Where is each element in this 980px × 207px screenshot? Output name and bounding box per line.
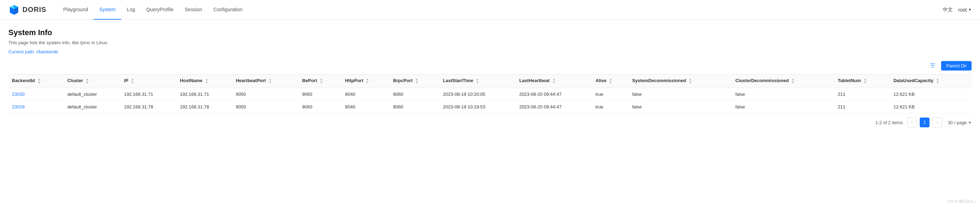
cell-systemdecommissioned: false <box>628 101 732 113</box>
next-page-button[interactable]: > <box>932 118 942 127</box>
sort-tabletnum-icon[interactable]: ▲▼ <box>864 78 867 84</box>
col-header-tabletnum: TabletNum ▲▼ <box>834 74 890 88</box>
cell-hostname: 192.168.31.78 <box>176 101 232 113</box>
sort-laststarttime-icon[interactable]: ▲▼ <box>476 78 479 84</box>
per-page-arrow-icon: ▼ <box>968 121 972 124</box>
cell-ip: 192.168.31.78 <box>121 101 176 113</box>
cell-laststarttime: 2023-08-19 10:20:05 <box>439 88 516 101</box>
toolbar: Parent Dir <box>8 60 972 71</box>
cell-datausedcapacity: 12.621 KB <box>890 101 972 113</box>
nav-item-playground[interactable]: Playground <box>57 0 94 20</box>
col-header-hostname: HostName ▲▼ <box>176 74 232 88</box>
table-row: 23030default_cluster192.168.31.71192.168… <box>8 88 972 101</box>
cell-cluster: default_cluster <box>64 88 121 101</box>
cell-alive: true <box>592 101 629 113</box>
col-header-systemdecommissioned: SystemDecommissioned ▲▼ <box>628 74 732 88</box>
pagination: 1-2 of 2 items < 1 > 30 / page ▼ <box>8 118 972 127</box>
logo-area: DORIS <box>8 4 46 16</box>
sort-httpport-icon[interactable]: ▲▼ <box>366 78 369 84</box>
filter-button[interactable] <box>927 60 938 71</box>
col-header-beport: BePort ▲▼ <box>299 74 341 88</box>
page-1-button[interactable]: 1 <box>920 118 929 127</box>
sort-hostname-icon[interactable]: ▲▼ <box>205 78 208 84</box>
filter-icon <box>930 63 935 68</box>
language-switch[interactable]: 中文 <box>943 7 953 13</box>
cell-httpport: 8040 <box>341 88 390 101</box>
backends-table: BackendId ▲▼ Cluster ▲▼ IP ▲▼ HostName ▲… <box>8 74 972 113</box>
nav-item-configuration[interactable]: Configuration <box>208 0 248 20</box>
cell-brpcport: 8060 <box>390 101 439 113</box>
sort-backendid-icon[interactable]: ▲▼ <box>38 78 41 84</box>
cell-systemdecommissioned: false <box>628 88 732 101</box>
current-path-link[interactable]: Current path: //backends <box>8 49 58 54</box>
cell-datausedcapacity: 12.621 KB <box>890 88 972 101</box>
cell-lastheartbeat: 2023-08-20 09:44:47 <box>515 88 592 101</box>
prev-page-button[interactable]: < <box>907 118 917 127</box>
cell-ip: 192.168.31.71 <box>121 88 176 101</box>
nav-item-session[interactable]: Session <box>179 0 208 20</box>
per-page-label: 30 / page <box>948 120 967 125</box>
cell-heartbeatport: 9050 <box>232 88 299 101</box>
logo-text: DORIS <box>22 6 46 14</box>
sort-brpcport-icon[interactable]: ▲▼ <box>415 78 418 84</box>
col-header-datausedcapacity: DataUsedCapacity ▲▼ <box>890 74 972 88</box>
data-table-wrapper: BackendId ▲▼ Cluster ▲▼ IP ▲▼ HostName ▲… <box>8 74 972 113</box>
col-header-clusterdecommissioned: ClusterDecommissioned ▲▼ <box>732 74 834 88</box>
header-right: 中文 root ▼ <box>943 7 972 13</box>
col-header-laststarttime: LastStartTime ▲▼ <box>439 74 516 88</box>
cell-hostname: 192.168.31.71 <box>176 88 232 101</box>
cell-httpport: 8040 <box>341 101 390 113</box>
cell-alive: true <box>592 88 629 101</box>
nav-item-log[interactable]: Log <box>121 0 140 20</box>
cell-tabletnum: 211 <box>834 101 890 113</box>
col-header-httpport: HttpPort ▲▼ <box>341 74 390 88</box>
header: DORIS Playground System Log QueryProfile… <box>0 0 980 20</box>
sort-lastheartbeat-icon[interactable]: ▲▼ <box>552 78 555 84</box>
cell-lastheartbeat: 2023-08-20 09:44:47 <box>515 101 592 113</box>
dropdown-arrow-icon: ▼ <box>968 8 972 11</box>
cell-beport: 9060 <box>299 101 341 113</box>
cell-clusterdecommissioned: false <box>732 101 834 113</box>
doris-logo-icon <box>8 4 20 16</box>
sort-beport-icon[interactable]: ▲▼ <box>320 78 323 84</box>
sort-ip-icon[interactable]: ▲▼ <box>131 78 134 84</box>
page-description: This page lists the system info, like /p… <box>8 40 972 45</box>
col-header-backendid: BackendId ▲▼ <box>8 74 64 88</box>
username-label: root <box>958 7 967 13</box>
parent-dir-button[interactable]: Parent Dir <box>941 61 972 70</box>
cell-backendid[interactable]: 23030 <box>8 88 64 101</box>
col-header-ip: IP ▲▼ <box>121 74 176 88</box>
main-nav: Playground System Log QueryProfile Sessi… <box>57 0 248 19</box>
table-body: 23030default_cluster192.168.31.71192.168… <box>8 88 972 113</box>
sort-systemdecommissioned-icon[interactable]: ▲▼ <box>689 78 692 84</box>
cell-heartbeatport: 9050 <box>232 101 299 113</box>
col-header-cluster: Cluster ▲▼ <box>64 74 121 88</box>
col-header-heartbeatport: HeartbeatPort ▲▼ <box>232 74 299 88</box>
sort-datausedcapacity-icon[interactable]: ▲▼ <box>936 78 939 84</box>
cell-beport: 9060 <box>299 88 341 101</box>
nav-item-queryprofile[interactable]: QueryProfile <box>140 0 179 20</box>
cell-backendid[interactable]: 23029 <box>8 101 64 113</box>
cell-tabletnum: 211 <box>834 88 890 101</box>
pagination-summary: 1-2 of 2 items <box>875 120 903 125</box>
per-page-selector[interactable]: 30 / page ▼ <box>948 120 972 125</box>
main-content: System Info This page lists the system i… <box>0 20 980 136</box>
cell-clusterdecommissioned: false <box>732 88 834 101</box>
table-row: 23029default_cluster192.168.31.78192.168… <box>8 101 972 113</box>
cell-laststarttime: 2023-08-19 10:19:53 <box>439 101 516 113</box>
sort-heartbeatport-icon[interactable]: ▲▼ <box>269 78 272 84</box>
nav-item-system[interactable]: System <box>94 0 121 20</box>
sort-alive-icon[interactable]: ▲▼ <box>609 78 612 84</box>
cell-brpcport: 8060 <box>390 88 439 101</box>
cell-cluster: default_cluster <box>64 101 121 113</box>
table-header: BackendId ▲▼ Cluster ▲▼ IP ▲▼ HostName ▲… <box>8 74 972 88</box>
col-header-brpcport: BrpcPort ▲▼ <box>390 74 439 88</box>
page-title: System Info <box>8 28 972 37</box>
col-header-alive: Alive ▲▼ <box>592 74 629 88</box>
user-dropdown[interactable]: root ▼ <box>958 7 972 13</box>
col-header-lastheartbeat: LastHeartbeat ▲▼ <box>515 74 592 88</box>
sort-cluster-icon[interactable]: ▲▼ <box>86 78 89 84</box>
sort-clusterdecommissioned-icon[interactable]: ▲▼ <box>791 78 795 84</box>
